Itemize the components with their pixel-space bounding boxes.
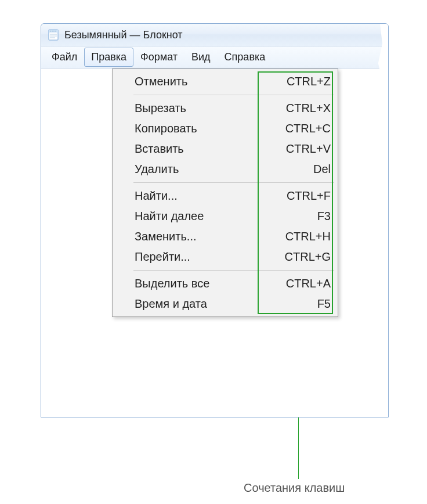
- menu-item-shortcut: F5: [267, 297, 331, 311]
- menu-item-delete[interactable]: Удалить Del: [114, 159, 336, 179]
- menu-item-label: Заменить...: [135, 230, 267, 243]
- callout-label: Сочетания клавиш: [244, 481, 345, 495]
- menu-item-time-date[interactable]: Время и дата F5: [114, 294, 336, 314]
- callout-connector-line: [298, 417, 299, 479]
- menu-item-label: Удалить: [135, 163, 267, 176]
- menu-item-shortcut: CTRL+H: [267, 230, 331, 243]
- menu-item-copy[interactable]: Копировать CTRL+C: [114, 118, 336, 139]
- menu-item-label: Отменить: [135, 75, 267, 88]
- menu-separator: [133, 95, 334, 95]
- menu-item-shortcut: CTRL+A: [267, 277, 331, 290]
- notepad-window: Безымянный — Блокнот Файл Правка Формат …: [41, 23, 389, 417]
- menu-item-shortcut: CTRL+C: [267, 122, 331, 135]
- menu-item-label: Копировать: [135, 122, 267, 135]
- menu-item-label: Вставить: [135, 142, 267, 156]
- menu-item-find[interactable]: Найти... CTRL+F: [114, 186, 336, 206]
- menu-item-label: Найти далее: [135, 210, 267, 223]
- window-title: Безымянный — Блокнот: [64, 29, 183, 41]
- menu-file[interactable]: Файл: [45, 48, 84, 67]
- menu-item-shortcut: Del: [267, 163, 331, 176]
- menu-item-shortcut: F3: [267, 210, 331, 223]
- menu-item-label: Вырезать: [135, 102, 267, 115]
- menu-item-shortcut: CTRL+Z: [267, 75, 331, 88]
- menu-item-label: Найти...: [135, 189, 267, 203]
- menu-format[interactable]: Формат: [133, 48, 184, 67]
- menu-item-paste[interactable]: Вставить CTRL+V: [114, 139, 336, 159]
- text-area[interactable]: Отменить CTRL+Z Вырезать CTRL+X Копирова…: [41, 69, 388, 417]
- menu-item-replace[interactable]: Заменить... CTRL+H: [114, 226, 336, 247]
- menu-view[interactable]: Вид: [184, 48, 218, 67]
- menu-item-cut[interactable]: Вырезать CTRL+X: [114, 98, 336, 118]
- menu-item-label: Перейти...: [135, 250, 267, 264]
- menu-item-shortcut: CTRL+G: [267, 250, 331, 264]
- edit-dropdown-menu: Отменить CTRL+Z Вырезать CTRL+X Копирова…: [112, 69, 338, 317]
- menu-separator: [133, 182, 334, 183]
- svg-point-4: [53, 31, 55, 32]
- menubar: Файл Правка Формат Вид Справка: [41, 46, 388, 69]
- menu-item-shortcut: CTRL+V: [267, 142, 331, 156]
- menu-item-select-all[interactable]: Выделить все CTRL+A: [114, 273, 336, 294]
- menu-item-label: Выделить все: [135, 277, 267, 290]
- menu-item-find-next[interactable]: Найти далее F3: [114, 206, 336, 226]
- titlebar[interactable]: Безымянный — Блокнот: [41, 24, 388, 46]
- menu-help[interactable]: Справка: [218, 48, 273, 67]
- menu-item-shortcut: CTRL+X: [267, 102, 331, 115]
- svg-point-2: [50, 31, 51, 32]
- menu-item-shortcut: CTRL+F: [267, 189, 331, 203]
- svg-point-5: [55, 31, 56, 32]
- svg-point-3: [52, 31, 53, 32]
- menu-separator: [133, 270, 334, 271]
- menu-item-label: Время и дата: [135, 297, 267, 311]
- menu-edit[interactable]: Правка: [84, 48, 133, 67]
- notepad-icon: [47, 28, 60, 41]
- menu-item-undo[interactable]: Отменить CTRL+Z: [114, 71, 336, 92]
- menu-item-goto[interactable]: Перейти... CTRL+G: [114, 247, 336, 267]
